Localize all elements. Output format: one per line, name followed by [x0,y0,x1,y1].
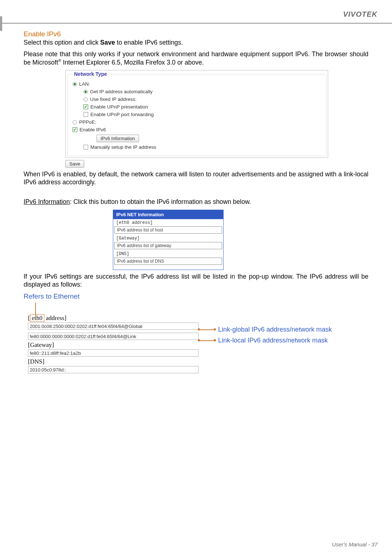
radio-auto-label: Get IP address automatically [90,89,152,94]
ipv6-information-button[interactable]: IPv6 Information [97,135,139,142]
check-enable-ipv6-label: Enable IPv6 [79,127,106,132]
footer-number: 37 [371,541,377,547]
eth0-address-label: [eth0 address] [28,314,199,322]
screenshot-ipv6-net-info: IPv6 NET Information [eth0 address] IPv6… [113,210,224,270]
option-auto-ip[interactable]: Get IP address automatically [73,89,322,94]
radio-pppoe-label: PPPoE: [79,119,96,125]
paragraph-ipv6-info-intro: IPv6 Information: Click this button to o… [24,198,368,206]
popup-dns-box: IPv6 address list of DNS [114,258,222,265]
page: VIVOTEK Enable IPv6 Select this option a… [0,0,392,554]
gateway-label: [Gateway] [28,341,199,349]
connector-h1 [199,329,215,330]
save-button[interactable]: Save [65,160,84,168]
dns-label: [DNS] [28,358,199,365]
radio-fixed-label: Use fixed IP address: [90,97,136,102]
text-fragment: address] [44,315,66,321]
popup-gateway-label: [Gateway] [113,235,223,242]
check-upnp-portfwd-label: Enable UPnP port forwarding [90,112,154,117]
check-upnp-presentation-label: Enable UPnP presentation [90,104,148,110]
paragraph-browser-note: Please note that this only works if your… [24,50,368,67]
screenshot-network-type: Network Type LAN: Get IP address automat… [65,70,328,158]
popup-eth0-box: IPv6 address list of host [114,226,222,234]
option-upnp-portfwd[interactable]: Enable UPnP port forwarding [73,112,322,117]
content: Enable IPv6 Select this option and click… [0,30,392,412]
check-upnp-presentation-icon [83,104,88,109]
check-manual-ip-icon [83,145,88,149]
heading-refers-to-ethernet: Refers to Ethernet [24,292,368,300]
connector-h2 [199,340,215,341]
row-ipv6-info-btn: IPv6 Information [86,135,322,142]
popup-spacer [113,266,223,270]
connector-vertical [35,303,36,319]
option-upnp-presentation[interactable]: Enable UPnP presentation [73,104,322,110]
connector-node1a [198,328,200,331]
option-fixed-ip[interactable]: Use fixed IP address: [73,97,322,102]
option-lan[interactable]: LAN: [73,81,322,87]
option-manual-ip[interactable]: Manually setup the IP address [73,144,322,150]
ethernet-table: [eth0 address] 2001:0c08:2500:0002:0202:… [28,314,199,374]
paragraph-ipv6-success: If your IPv6 settings are successful, th… [24,273,368,289]
option-pppoe[interactable]: PPPoE: [73,119,322,125]
radio-auto-icon [83,90,88,94]
heading-enable-ipv6: Enable IPv6 [24,30,368,38]
popup-gateway-box: IPv6 address list of gateway [114,242,222,249]
connector-node2a [198,339,200,341]
brand-label: VIVOTEK [343,10,377,19]
text-fragment: Internet Explorer 6.5, Mozilla Firefox 3… [61,59,204,66]
check-upnp-portfwd-icon [83,112,88,117]
save-button-wrap: Save [65,160,368,168]
radio-lan-label: LAN: [79,81,90,87]
paragraph-enable-save: Select this option and click Save to ena… [24,39,368,47]
paragraph-ipv6-default: When IPv6 is enabled, by default, the ne… [24,171,368,186]
eth0-global-address-box: 2001:0c08:2500:0002:0202:d1ff:fe04:65f4/… [28,323,199,330]
radio-lan-icon [73,82,77,86]
radio-fixed-icon [83,97,88,102]
text-fragment: : Click this button to obtain the IPv6 i… [70,198,251,205]
dns-address-box: 2010:05c0:978d:: [28,366,199,373]
popup-dns-label: [DNS] [113,250,223,258]
check-manual-ip-label: Manually setup the IP address [90,144,156,150]
ethernet-annotation-area: Refers to Ethernet [eth0 address] 2001:0… [24,292,368,412]
connector-node2b [214,339,216,341]
option-enable-ipv6[interactable]: Enable IPv6 [73,127,322,132]
legend-network-type: Network Type [73,71,109,77]
header-rule [0,23,392,24]
header: VIVOTEK [0,0,392,19]
fieldset-network-type: Network Type LAN: Get IP address automat… [67,71,326,156]
footer-label: User's Manual - [332,541,372,547]
check-enable-ipv6-icon [73,127,77,132]
eth0-highlight-box: eth0 [30,314,44,322]
eth0-link-address-box: fe80:0000:0000:0000:0202:d1ff:fe04:65f4/… [28,333,199,340]
footer-page-number: User's Manual - 37 [332,541,377,547]
underline-ipv6-info: IPv6 Information [24,198,70,205]
annotation-link-global: Link-global IPv6 address/network mask [218,326,332,333]
page-accent [0,16,2,31]
popup-titlebar: IPv6 NET Information [113,210,223,219]
bold-save: Save [100,39,115,46]
connector-node1b [214,328,216,331]
popup-eth0-label: [eth0 address] [113,219,223,226]
radio-pppoe-icon [73,120,77,124]
gateway-address-box: fe80::211:d8ff:fea2:1a2b [28,349,199,357]
text-fragment: Select this option and click [24,39,100,46]
text-fragment: to enable IPv6 settings. [115,39,183,46]
annotation-link-local: Link-local IPv6 address/network mask [218,337,328,344]
